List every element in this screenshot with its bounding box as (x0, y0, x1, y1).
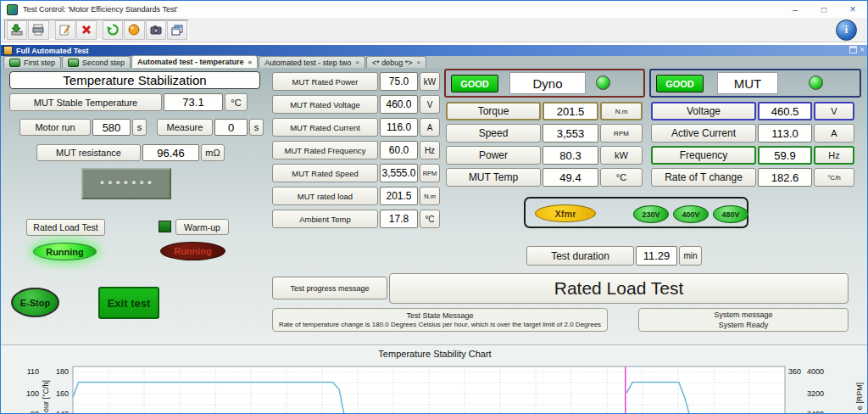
axis-tick: 110 (27, 367, 39, 376)
mut-table-label-3: Rate of T change (651, 168, 756, 187)
print-icon (31, 23, 45, 36)
test-state-message-box: Test State Message Rate of temperature c… (272, 308, 608, 332)
motor-run-unit: s (132, 119, 147, 136)
window-controls: – □ × (781, 1, 867, 18)
rated-table-value-5: 201.5 (380, 187, 418, 205)
dyno-table-value-3: 49.4 (542, 168, 598, 187)
dyno-table-label-3: MUT Temp (446, 168, 541, 187)
rated-table-unit-6: °C (420, 210, 440, 228)
window-title: Test Control: 'Motor Efficiency Standard… (23, 5, 178, 14)
mut-led (809, 76, 823, 90)
rated-table-unit-0: kW (420, 72, 440, 91)
import-button[interactable] (7, 20, 27, 40)
test-duration-label: Test duration (526, 246, 634, 266)
running-indicator-on: Running (33, 243, 97, 260)
dyno-title: Dyno (509, 72, 586, 94)
tab-2[interactable]: Automated test - temperature× (131, 55, 258, 68)
mut-table-value-1: 113.0 (758, 124, 812, 143)
mut-table: Voltage460.5VActive Current113.0AFrequen… (651, 102, 854, 187)
rated-table-value-4: 3,555.0 (380, 164, 418, 182)
rated-table-label-2: MUT Rated Current (272, 118, 378, 137)
test-duration-value: 11.29 (636, 246, 677, 266)
close-button[interactable]: × (838, 1, 867, 18)
maximize-button[interactable]: □ (810, 1, 838, 18)
mdi-window-controls: × (849, 46, 865, 54)
import-icon (10, 23, 24, 36)
test-duration-unit: min (679, 246, 702, 266)
rated-table: MUT Rated Power75.0kWMUT Rated Voltage46… (272, 72, 440, 228)
dyno-table-value-0: 201.5 (542, 102, 598, 120)
tab-4[interactable]: <* debug *>× (366, 56, 426, 68)
minimize-button[interactable]: – (781, 1, 810, 18)
dyno-table-unit-2: kW (600, 146, 643, 165)
snapshot-button[interactable] (146, 20, 166, 40)
mdi-close-icon[interactable]: × (860, 46, 865, 54)
mut-table-label-1: Active Current (651, 124, 756, 143)
abort-button[interactable] (76, 20, 97, 40)
tab-0[interactable]: First step (3, 56, 61, 68)
dyno-status-group: GOOD Dyno (444, 69, 645, 98)
rated-table-unit-4: RPM (420, 164, 440, 182)
mdi-titlebar: Full Automated Test × (1, 45, 867, 56)
tab-3[interactable]: Automated test - step two× (259, 56, 365, 68)
measure-unit: s (249, 119, 264, 136)
mut-table-unit-0: V (814, 102, 854, 120)
masked-value-display: * * * * * * * (81, 168, 171, 199)
dyno-table-label-0: Torque (446, 102, 541, 120)
mut-table-value-2: 59.9 (758, 146, 812, 165)
power-button[interactable] (124, 20, 144, 40)
help-button[interactable]: i (836, 20, 857, 41)
dyno-table: Torque201.5N.mSpeed3,553RPMPower80.3kWMU… (446, 102, 643, 187)
measure-value: 0 (214, 119, 248, 136)
progress-message-display: Rated Load Test (389, 273, 849, 304)
exit-test-button[interactable]: Exit test (98, 287, 159, 319)
print-button[interactable] (28, 20, 48, 40)
toolbar-inset (4, 20, 189, 40)
mut-table-label-2: Frequency (651, 146, 756, 165)
tab-close-icon[interactable]: × (355, 59, 359, 66)
tab-label: Automated test - step two (264, 59, 351, 67)
tab-bar: First stepSecond stepAutomated test - te… (1, 56, 867, 68)
dyno-table-value-1: 3,553 (542, 124, 598, 143)
system-message-text: System Ready (719, 320, 769, 330)
xfmr-group: Xfmr 230V400V480V (524, 197, 748, 228)
vi-state-icon (68, 59, 79, 67)
rated-load-test-button[interactable]: Rated Load Test (26, 219, 105, 236)
tab-label: Automated test - temperature (137, 58, 244, 66)
restore-icon[interactable] (849, 46, 857, 53)
xfmr-voltage-2: 480V (713, 205, 748, 223)
motor-run-label: Motor run (19, 119, 91, 136)
xfmr-voltages: 230V400V480V (633, 205, 753, 223)
power-ball-icon (127, 23, 141, 36)
front-panel: Temperature Stabilization MUT Stable Tem… (1, 68, 868, 344)
rated-table-unit-5: N.m (420, 187, 440, 205)
axis-tick: 360 (788, 367, 801, 376)
dyno-table-unit-1: RPM (600, 124, 643, 143)
tab-1[interactable]: Second step (62, 56, 131, 68)
dyno-status-badge: GOOD (451, 75, 498, 92)
warmup-label: Warm-up (175, 219, 229, 235)
app-window: Test Control: 'Motor Efficiency Standard… (0, 0, 868, 414)
mut-status-badge: GOOD (656, 75, 704, 92)
dyno-table-unit-3: °C (600, 168, 643, 187)
axis-tick: 100 (26, 389, 39, 398)
abort-icon (80, 23, 93, 36)
chart-title: Temperature Stability Chart (1, 349, 868, 359)
progress-message-label: Test progress message (272, 277, 387, 299)
tab-close-icon[interactable]: × (417, 59, 421, 66)
rated-table-unit-1: V (420, 95, 440, 114)
refresh-button[interactable] (103, 20, 123, 40)
temperature-chart[interactable]: 11010090180160140360400032002400our [°C/… (1, 362, 868, 414)
edit-icon (58, 23, 72, 36)
edit-button[interactable] (55, 20, 75, 40)
axis-tick: 180 (56, 367, 69, 376)
tab-label: Second step (82, 59, 125, 67)
tab-close-icon[interactable]: × (248, 59, 253, 66)
mut-table-label-0: Voltage (651, 102, 756, 120)
estop-button[interactable]: E-Stop (11, 288, 59, 317)
dyno-table-unit-0: N.m (600, 102, 643, 120)
resistance-value: 96.46 (142, 144, 199, 161)
axis-tick: 4000 (807, 367, 824, 376)
windows-button[interactable] (167, 20, 187, 40)
rated-table-label-6: Ambient Temp (272, 210, 378, 228)
